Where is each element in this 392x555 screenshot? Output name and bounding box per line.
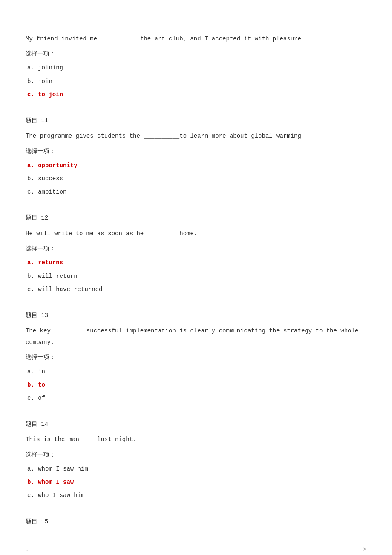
bottom-dot: . — [26, 545, 29, 555]
q14-option-a[interactable]: a. whom I saw him — [26, 464, 366, 474]
bottom-bar: . > — [26, 544, 366, 555]
q10-text: My friend invited me __________ the art … — [26, 33, 366, 45]
q12-title: 题目 12 — [26, 213, 366, 223]
q14-title: 题目 14 — [26, 419, 366, 430]
q11-text: The programme gives students the _______… — [26, 130, 366, 142]
q13-title: 题目 13 — [26, 310, 366, 321]
q14-text: This is the man ___ last night. — [26, 434, 366, 445]
q11-option-a[interactable]: a. opportunity — [26, 160, 366, 171]
q11-title: 题目 11 — [26, 116, 366, 126]
q10-select-label: 选择一项： — [26, 49, 366, 59]
q12-option-a[interactable]: a. returns — [26, 257, 366, 268]
q14-select-label: 选择一项： — [26, 450, 366, 460]
q13-select-label: 选择一项： — [26, 352, 366, 363]
q12-select-label: 选择一项： — [26, 243, 366, 254]
q13-option-b[interactable]: b. to — [26, 380, 366, 390]
q13-text: The key_________ successful implementati… — [26, 325, 366, 348]
q12-text: He will write to me as soon as he ______… — [26, 228, 366, 240]
q12-option-b[interactable]: b. will return — [26, 271, 366, 282]
top-dot: . — [26, 17, 366, 26]
q12-option-c[interactable]: c. will have returned — [26, 284, 366, 295]
q10-option-b[interactable]: b. join — [26, 76, 366, 87]
q10-option-a[interactable]: a. joining — [26, 63, 366, 73]
q11-option-c[interactable]: c. ambition — [26, 187, 366, 197]
next-arrow[interactable]: > — [363, 544, 366, 555]
q11-option-b[interactable]: b. success — [26, 173, 366, 184]
q15-title: 题目 15 — [26, 517, 366, 527]
q13-option-c[interactable]: c. of — [26, 393, 366, 404]
q13-option-a[interactable]: a. in — [26, 367, 366, 377]
q14-option-c[interactable]: c. who I saw him — [26, 490, 366, 501]
q10-option-c[interactable]: c. to join — [26, 90, 366, 100]
q14-option-b[interactable]: b. whom I saw — [26, 477, 366, 488]
q11-select-label: 选择一项： — [26, 146, 366, 157]
